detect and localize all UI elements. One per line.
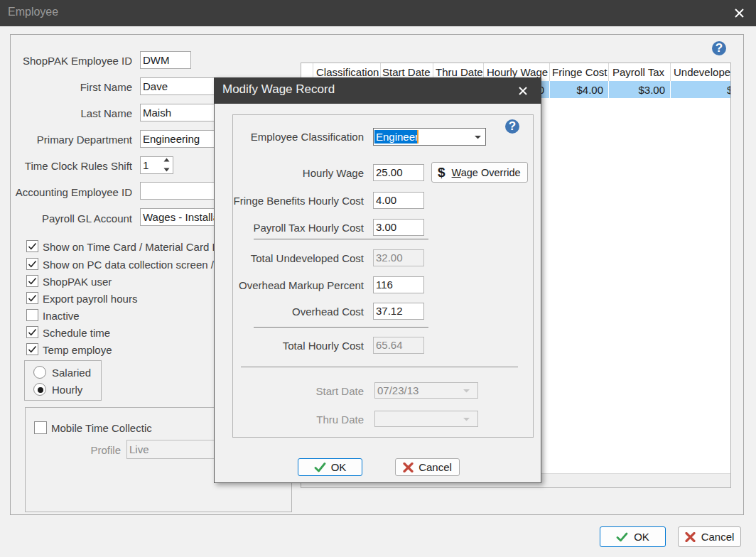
svg-text:?: ? [716,41,723,55]
svg-text:?: ? [509,119,516,133]
